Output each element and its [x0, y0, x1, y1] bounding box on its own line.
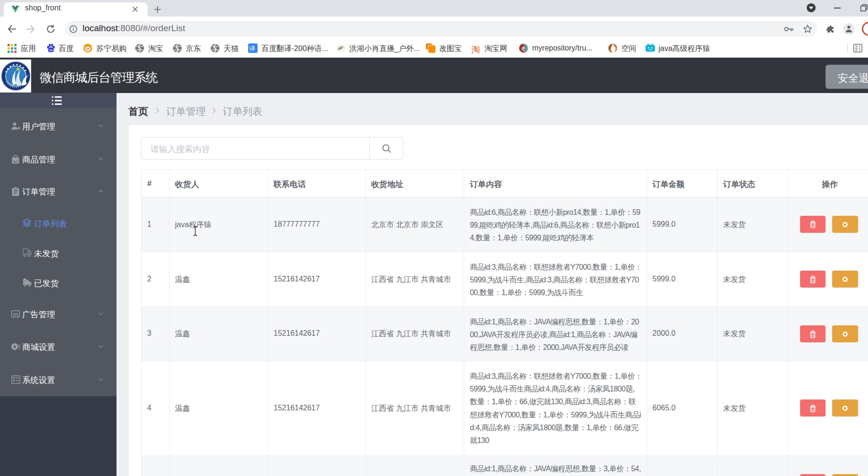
svg-text:du: du [49, 49, 53, 51]
svg-text:AD: AD [13, 312, 18, 316]
